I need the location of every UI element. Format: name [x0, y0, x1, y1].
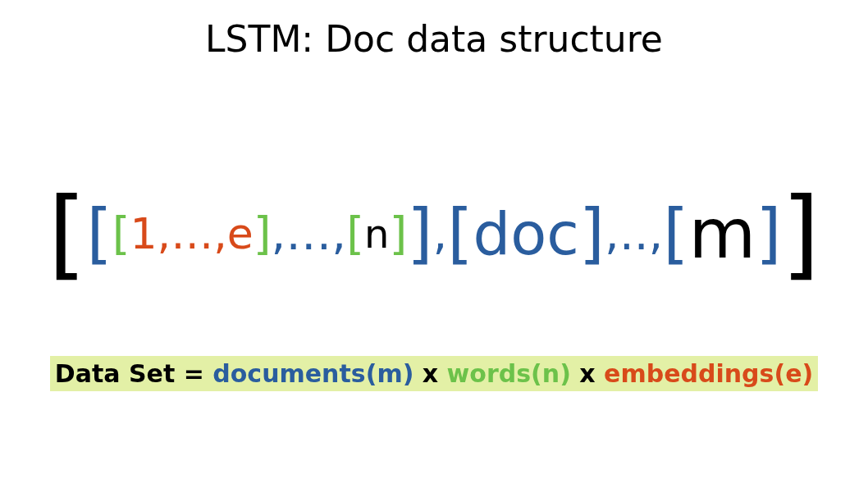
level2-bracket-open-a: [: [86, 195, 112, 271]
level2-ellipsis-a: ,…,: [272, 207, 347, 260]
formula-lhs: Data Set =: [55, 359, 213, 388]
level3-bracket-close: ]: [254, 207, 272, 260]
level2-bracket-close-b: ]: [579, 195, 605, 271]
outer-bracket-open: [: [48, 185, 87, 283]
formula-embeddings: embeddings(e): [604, 359, 813, 388]
doc-text: doc: [473, 199, 579, 268]
level2-bracket-close-c: ]: [756, 195, 781, 271]
level2-bracket-open-c: [: [663, 195, 688, 271]
formula-times-1: x: [413, 359, 446, 388]
level3b-bracket-open: [: [346, 207, 364, 260]
dataset-formula: Data Set = documents(m) x words(n) x emb…: [50, 356, 818, 391]
level2-bracket-open-b: [: [447, 195, 473, 271]
sep-comma-1: ,: [432, 207, 447, 260]
formula-documents: documents(m): [212, 359, 413, 388]
level3-bracket-open: [: [112, 207, 130, 260]
level3b-bracket-close: ]: [389, 207, 407, 260]
level2-bracket-close-a: ]: [407, 195, 432, 271]
embedding-range: 1,…,e: [130, 209, 254, 258]
words-n: n: [364, 211, 389, 257]
slide-title: LSTM: Doc data structure: [0, 18, 868, 60]
structure-expression: [[[1,…,e],…,[n]],[doc],..,[m]]: [41, 185, 827, 283]
formula-row: Data Set = documents(m) x words(n) x emb…: [0, 356, 868, 391]
outer-bracket-close: ]: [782, 185, 820, 283]
formula-times-2: x: [571, 359, 604, 388]
formula-words: words(n): [447, 359, 571, 388]
docs-m: m: [689, 194, 756, 274]
sep-comma-2: ,..,: [605, 207, 663, 260]
